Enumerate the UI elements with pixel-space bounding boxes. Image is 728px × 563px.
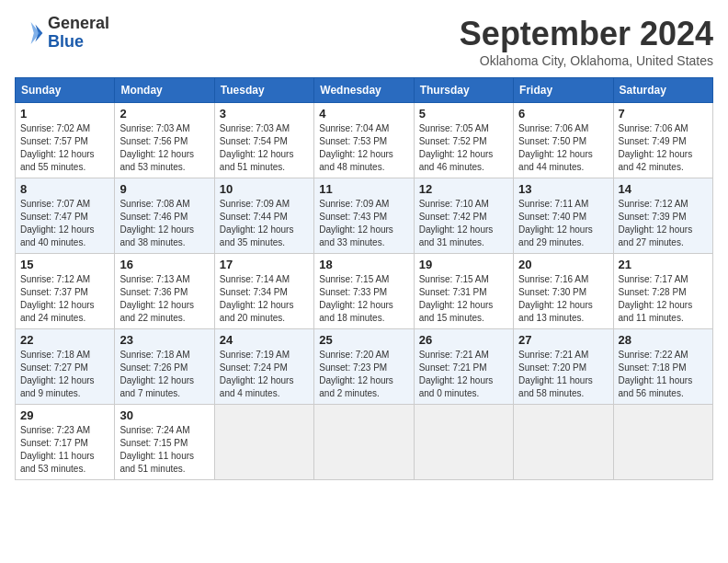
calendar-cell: 1Sunrise: 7:02 AM Sunset: 7:57 PM Daylig… <box>16 103 115 178</box>
calendar-cell: 18Sunrise: 7:15 AM Sunset: 7:33 PM Dayli… <box>314 254 414 329</box>
day-number: 12 <box>419 182 508 196</box>
day-number: 5 <box>419 107 508 121</box>
calendar-cell <box>514 405 613 480</box>
calendar-cell: 4Sunrise: 7:04 AM Sunset: 7:53 PM Daylig… <box>314 103 414 178</box>
day-info: Sunrise: 7:16 AM Sunset: 7:30 PM Dayligh… <box>518 273 608 325</box>
day-info: Sunrise: 7:18 AM Sunset: 7:26 PM Dayligh… <box>119 349 209 400</box>
calendar-cell: 21Sunrise: 7:17 AM Sunset: 7:28 PM Dayli… <box>613 254 712 329</box>
day-number: 2 <box>119 107 209 121</box>
day-number: 17 <box>220 258 309 271</box>
svg-marker-1 <box>31 22 40 44</box>
day-info: Sunrise: 7:06 AM Sunset: 7:50 PM Dayligh… <box>518 122 608 174</box>
calendar-cell: 7Sunrise: 7:06 AM Sunset: 7:49 PM Daylig… <box>613 103 712 178</box>
day-info: Sunrise: 7:08 AM Sunset: 7:46 PM Dayligh… <box>119 198 209 249</box>
calendar-cell <box>613 405 712 480</box>
calendar-cell: 17Sunrise: 7:14 AM Sunset: 7:34 PM Dayli… <box>214 254 313 329</box>
weekday-header-sunday: Sunday <box>16 78 115 103</box>
day-number: 13 <box>518 182 608 196</box>
day-number: 7 <box>619 107 708 121</box>
day-number: 26 <box>419 333 508 347</box>
day-number: 22 <box>20 333 109 347</box>
day-info: Sunrise: 7:15 AM Sunset: 7:33 PM Dayligh… <box>319 273 408 325</box>
calendar-cell <box>414 405 513 480</box>
day-info: Sunrise: 7:07 AM Sunset: 7:47 PM Dayligh… <box>20 198 109 249</box>
calendar-cell: 23Sunrise: 7:18 AM Sunset: 7:26 PM Dayli… <box>115 329 214 405</box>
day-info: Sunrise: 7:24 AM Sunset: 7:15 PM Dayligh… <box>119 424 209 476</box>
day-number: 11 <box>319 182 408 196</box>
calendar-week-3: 15Sunrise: 7:12 AM Sunset: 7:37 PM Dayli… <box>16 254 713 329</box>
logo-text: General Blue <box>48 15 109 52</box>
location: Oklahoma City, Oklahoma, United States <box>460 53 713 68</box>
day-number: 15 <box>20 258 109 271</box>
calendar-cell: 27Sunrise: 7:21 AM Sunset: 7:20 PM Dayli… <box>514 329 613 405</box>
day-number: 21 <box>619 258 708 271</box>
calendar-week-1: 1Sunrise: 7:02 AM Sunset: 7:57 PM Daylig… <box>16 103 713 178</box>
day-info: Sunrise: 7:04 AM Sunset: 7:53 PM Dayligh… <box>319 122 408 174</box>
day-info: Sunrise: 7:22 AM Sunset: 7:18 PM Dayligh… <box>619 349 708 400</box>
day-info: Sunrise: 7:18 AM Sunset: 7:27 PM Dayligh… <box>20 349 109 400</box>
day-number: 29 <box>20 408 109 422</box>
day-number: 18 <box>319 258 408 271</box>
day-number: 27 <box>518 333 608 347</box>
day-info: Sunrise: 7:06 AM Sunset: 7:49 PM Dayligh… <box>619 122 708 174</box>
calendar-cell: 9Sunrise: 7:08 AM Sunset: 7:46 PM Daylig… <box>115 178 214 254</box>
calendar-cell: 2Sunrise: 7:03 AM Sunset: 7:56 PM Daylig… <box>115 103 214 178</box>
calendar-cell: 8Sunrise: 7:07 AM Sunset: 7:47 PM Daylig… <box>16 178 115 254</box>
day-info: Sunrise: 7:09 AM Sunset: 7:44 PM Dayligh… <box>220 198 309 249</box>
day-number: 1 <box>20 107 109 121</box>
weekday-header-tuesday: Tuesday <box>214 78 313 103</box>
calendar-cell: 19Sunrise: 7:15 AM Sunset: 7:31 PM Dayli… <box>414 254 513 329</box>
calendar-cell: 15Sunrise: 7:12 AM Sunset: 7:37 PM Dayli… <box>16 254 115 329</box>
day-info: Sunrise: 7:02 AM Sunset: 7:57 PM Dayligh… <box>20 122 109 174</box>
calendar-cell: 24Sunrise: 7:19 AM Sunset: 7:24 PM Dayli… <box>214 329 313 405</box>
calendar-cell: 22Sunrise: 7:18 AM Sunset: 7:27 PM Dayli… <box>16 329 115 405</box>
day-info: Sunrise: 7:14 AM Sunset: 7:34 PM Dayligh… <box>220 273 309 325</box>
calendar-cell: 6Sunrise: 7:06 AM Sunset: 7:50 PM Daylig… <box>514 103 613 178</box>
calendar-week-2: 8Sunrise: 7:07 AM Sunset: 7:47 PM Daylig… <box>16 178 713 254</box>
day-info: Sunrise: 7:03 AM Sunset: 7:56 PM Dayligh… <box>119 122 209 174</box>
day-info: Sunrise: 7:23 AM Sunset: 7:17 PM Dayligh… <box>20 424 109 476</box>
calendar-cell: 25Sunrise: 7:20 AM Sunset: 7:23 PM Dayli… <box>314 329 414 405</box>
day-info: Sunrise: 7:21 AM Sunset: 7:21 PM Dayligh… <box>419 349 508 400</box>
calendar-cell <box>314 405 414 480</box>
day-info: Sunrise: 7:20 AM Sunset: 7:23 PM Dayligh… <box>319 349 408 400</box>
calendar-table: SundayMondayTuesdayWednesdayThursdayFrid… <box>15 77 713 480</box>
day-info: Sunrise: 7:12 AM Sunset: 7:39 PM Dayligh… <box>619 198 708 249</box>
day-number: 9 <box>119 182 209 196</box>
calendar-cell: 16Sunrise: 7:13 AM Sunset: 7:36 PM Dayli… <box>115 254 214 329</box>
day-number: 23 <box>119 333 209 347</box>
weekday-header-saturday: Saturday <box>613 78 712 103</box>
calendar-cell: 13Sunrise: 7:11 AM Sunset: 7:40 PM Dayli… <box>514 178 613 254</box>
calendar-week-4: 22Sunrise: 7:18 AM Sunset: 7:27 PM Dayli… <box>16 329 713 405</box>
calendar-cell: 14Sunrise: 7:12 AM Sunset: 7:39 PM Dayli… <box>613 178 712 254</box>
day-number: 8 <box>20 182 109 196</box>
calendar-cell: 11Sunrise: 7:09 AM Sunset: 7:43 PM Dayli… <box>314 178 414 254</box>
day-info: Sunrise: 7:13 AM Sunset: 7:36 PM Dayligh… <box>119 273 209 325</box>
weekday-header-row: SundayMondayTuesdayWednesdayThursdayFrid… <box>16 78 713 103</box>
weekday-header-monday: Monday <box>115 78 214 103</box>
day-number: 28 <box>619 333 708 347</box>
calendar-cell: 29Sunrise: 7:23 AM Sunset: 7:17 PM Dayli… <box>16 405 115 480</box>
weekday-header-wednesday: Wednesday <box>314 78 414 103</box>
day-info: Sunrise: 7:17 AM Sunset: 7:28 PM Dayligh… <box>619 273 708 325</box>
day-number: 4 <box>319 107 408 121</box>
day-info: Sunrise: 7:21 AM Sunset: 7:20 PM Dayligh… <box>518 349 608 400</box>
calendar-cell: 5Sunrise: 7:05 AM Sunset: 7:52 PM Daylig… <box>414 103 513 178</box>
day-info: Sunrise: 7:05 AM Sunset: 7:52 PM Dayligh… <box>419 122 508 174</box>
day-number: 25 <box>319 333 408 347</box>
day-number: 10 <box>220 182 309 196</box>
day-info: Sunrise: 7:12 AM Sunset: 7:37 PM Dayligh… <box>20 273 109 325</box>
day-number: 3 <box>220 107 309 121</box>
day-info: Sunrise: 7:09 AM Sunset: 7:43 PM Dayligh… <box>319 198 408 249</box>
day-number: 20 <box>518 258 608 271</box>
day-info: Sunrise: 7:03 AM Sunset: 7:54 PM Dayligh… <box>220 122 309 174</box>
day-number: 6 <box>518 107 608 121</box>
calendar-cell: 3Sunrise: 7:03 AM Sunset: 7:54 PM Daylig… <box>214 103 313 178</box>
title-block: September 2024 Oklahoma City, Oklahoma, … <box>460 15 713 68</box>
day-number: 30 <box>119 408 209 422</box>
weekday-header-thursday: Thursday <box>414 78 513 103</box>
day-number: 14 <box>619 182 708 196</box>
calendar-cell: 30Sunrise: 7:24 AM Sunset: 7:15 PM Dayli… <box>115 405 214 480</box>
logo-icon <box>15 18 44 48</box>
day-number: 16 <box>119 258 209 271</box>
